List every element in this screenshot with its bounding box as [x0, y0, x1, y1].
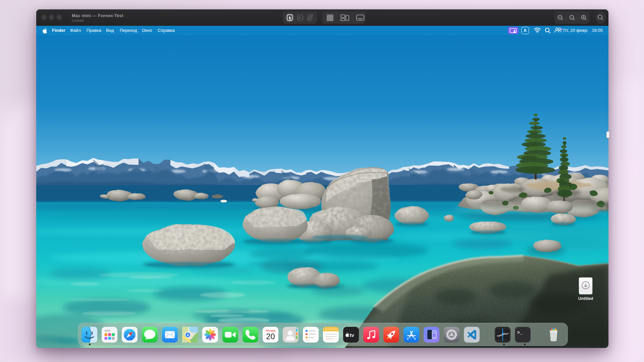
svg-text:tv: tv: [350, 332, 355, 338]
svg-text:1: 1: [571, 16, 573, 19]
svg-text:>_: >_: [517, 330, 523, 335]
svg-text:20: 20: [266, 332, 275, 341]
